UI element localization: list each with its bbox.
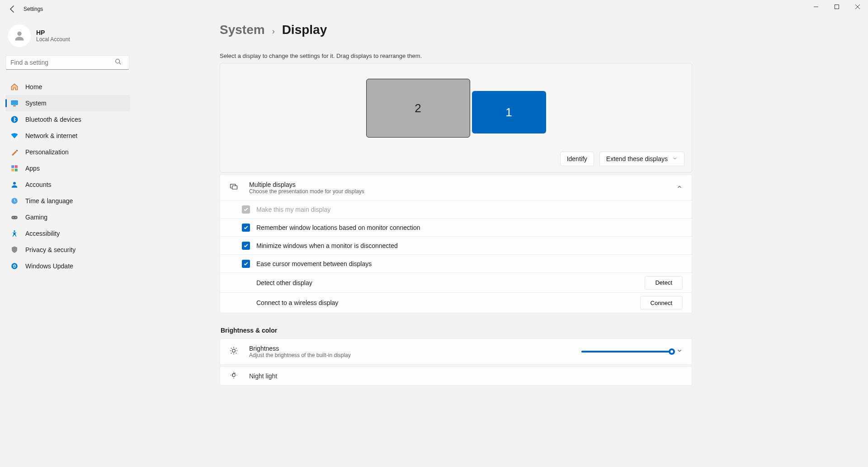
svg-rect-13 xyxy=(11,169,14,172)
home-icon xyxy=(10,82,19,91)
svg-rect-9 xyxy=(13,105,16,106)
brightness-card[interactable]: Brightness Adjust the brightness of the … xyxy=(220,338,692,365)
maximize-button[interactable] xyxy=(826,0,847,14)
svg-point-5 xyxy=(116,59,120,63)
brightness-slider[interactable] xyxy=(581,351,672,353)
minimize-windows-checkbox[interactable] xyxy=(242,242,250,250)
nav-privacy[interactable]: Privacy & security xyxy=(5,242,130,258)
nav-gaming[interactable]: Gaming xyxy=(5,209,130,225)
privacy-icon xyxy=(10,245,19,254)
detect-button[interactable]: Detect xyxy=(645,276,683,290)
night-light-card[interactable]: Night light xyxy=(220,367,692,386)
display-hint: Select a display to change the settings … xyxy=(220,52,692,59)
multiple-displays-icon xyxy=(229,182,239,193)
svg-line-6 xyxy=(119,63,121,65)
system-icon xyxy=(10,99,19,108)
titlebar: Settings xyxy=(0,0,868,18)
svg-rect-11 xyxy=(11,165,14,168)
svg-point-4 xyxy=(17,32,21,36)
bluetooth-icon xyxy=(10,115,19,124)
nav-time[interactable]: Time & language xyxy=(5,193,130,209)
update-icon xyxy=(10,262,19,271)
network-icon xyxy=(10,131,19,140)
brightness-icon xyxy=(229,346,239,357)
svg-point-21 xyxy=(11,263,18,269)
personalization-icon xyxy=(10,148,19,157)
nav-update[interactable]: Windows Update xyxy=(5,258,130,274)
svg-rect-14 xyxy=(15,169,18,172)
brightness-sub: Adjust the brightness of the built-in di… xyxy=(249,352,351,358)
night-light-icon xyxy=(229,371,239,381)
minimize-button[interactable] xyxy=(806,0,826,14)
apps-icon xyxy=(10,164,19,173)
accessibility-icon xyxy=(10,229,19,238)
search-box[interactable] xyxy=(5,55,130,70)
window-controls xyxy=(806,0,868,14)
remember-locations-row[interactable]: Remember window locations based on monit… xyxy=(220,219,692,237)
accounts-icon xyxy=(10,180,19,189)
avatar xyxy=(8,24,31,47)
connect-row: Connect to a wireless display Connect xyxy=(220,293,692,313)
svg-point-24 xyxy=(232,349,236,353)
identify-button[interactable]: Identify xyxy=(560,152,594,166)
ease-cursor-checkbox[interactable] xyxy=(242,260,250,268)
time-icon xyxy=(10,196,19,205)
search-input[interactable] xyxy=(5,55,129,70)
account-name: HP xyxy=(36,29,70,36)
make-main-display-checkbox xyxy=(242,205,250,214)
svg-rect-23 xyxy=(232,186,237,189)
svg-point-19 xyxy=(15,217,16,218)
nav-bluetooth[interactable]: Bluetooth & devices xyxy=(5,111,130,128)
account-type: Local Account xyxy=(36,36,70,43)
close-button[interactable] xyxy=(847,0,868,14)
svg-rect-8 xyxy=(11,101,18,105)
nav-network[interactable]: Network & internet xyxy=(5,128,130,144)
chevron-down-icon xyxy=(672,155,678,162)
multiple-displays-title: Multiple displays xyxy=(249,181,364,188)
nav-accessibility[interactable]: Accessibility xyxy=(5,225,130,242)
chevron-right-icon: › xyxy=(272,27,275,36)
multiple-displays-header[interactable]: Multiple displays Choose the presentatio… xyxy=(220,175,692,200)
ease-cursor-row[interactable]: Ease cursor movement between displays xyxy=(220,255,692,273)
svg-rect-12 xyxy=(15,165,18,168)
monitor-1[interactable]: 1 xyxy=(472,91,546,133)
remember-locations-checkbox[interactable] xyxy=(242,224,250,232)
account-block[interactable]: HP Local Account xyxy=(8,24,130,47)
gaming-icon xyxy=(10,213,19,222)
minimize-windows-row[interactable]: Minimize windows when a monitor is disco… xyxy=(220,237,692,255)
multiple-displays-card: Multiple displays Choose the presentatio… xyxy=(220,175,692,313)
page-title: Display xyxy=(282,23,327,37)
nav-list: Home System Bluetooth & devices Network … xyxy=(5,79,130,274)
nav-personalization[interactable]: Personalization xyxy=(5,144,130,160)
display-arrange-area[interactable]: 2 1 Identify Extend these displays xyxy=(220,63,692,173)
chevron-down-icon[interactable] xyxy=(676,348,683,356)
nav-apps[interactable]: Apps xyxy=(5,160,130,176)
svg-point-15 xyxy=(13,182,16,185)
nav-system[interactable]: System xyxy=(5,95,130,111)
brightness-section-title: Brightness & color xyxy=(221,327,692,334)
breadcrumb: System › Display xyxy=(220,23,692,37)
brightness-title: Brightness xyxy=(249,345,351,352)
window-title: Settings xyxy=(24,6,43,12)
nav-accounts[interactable]: Accounts xyxy=(5,176,130,193)
make-main-display-row: Make this my main display xyxy=(220,200,692,219)
sidebar: HP Local Account Home System Bluetooth &… xyxy=(0,18,136,467)
night-light-title: Night light xyxy=(249,372,277,380)
detect-row: Detect other display Detect xyxy=(220,273,692,293)
svg-rect-1 xyxy=(835,5,839,9)
extend-dropdown[interactable]: Extend these displays xyxy=(599,152,684,166)
back-button[interactable] xyxy=(8,5,17,14)
nav-home[interactable]: Home xyxy=(5,79,130,95)
breadcrumb-system[interactable]: System xyxy=(220,23,265,37)
svg-point-20 xyxy=(14,230,15,232)
chevron-up-icon xyxy=(676,184,683,192)
search-icon xyxy=(115,58,121,67)
connect-button[interactable]: Connect xyxy=(640,296,683,310)
svg-point-18 xyxy=(13,217,14,218)
main-content: System › Display Select a display to cha… xyxy=(136,18,868,467)
svg-rect-17 xyxy=(11,216,18,219)
multiple-displays-sub: Choose the presentation mode for your di… xyxy=(249,188,364,195)
monitor-2[interactable]: 2 xyxy=(366,79,470,138)
